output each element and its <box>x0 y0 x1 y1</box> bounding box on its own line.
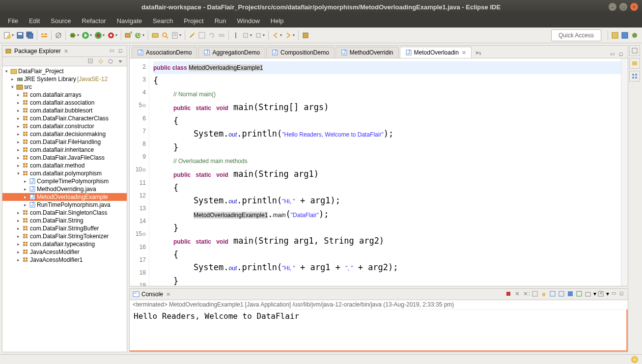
menu-window[interactable]: Window <box>232 15 265 27</box>
back-button[interactable] <box>271 31 280 40</box>
menu-edit[interactable]: Edit <box>24 15 45 27</box>
new-type-button[interactable]: G <box>134 31 142 40</box>
view-menu-button[interactable] <box>117 58 125 65</box>
prev-annotation-button[interactable] <box>254 31 263 40</box>
tree-pkg[interactable]: com.DataFlair.FileHandling <box>30 139 101 145</box>
tree-pkg[interactable]: com.DataFlair.SingletonClass <box>30 209 107 216</box>
forward-button[interactable] <box>284 31 293 40</box>
tree-pkg[interactable]: com.dataflair.association <box>30 99 94 106</box>
window-close-button[interactable]: × <box>630 3 638 11</box>
clear-console-button[interactable] <box>531 290 539 298</box>
display-selected-button[interactable] <box>567 290 575 298</box>
pin-console-button[interactable] <box>558 290 566 298</box>
tree-pkg[interactable]: com.DataFlair.StringBuffer <box>30 225 99 232</box>
collapse-all-button[interactable] <box>87 58 95 65</box>
link-button[interactable] <box>217 31 226 40</box>
tree-pkg[interactable]: com.DataFlair.JavaFileClass <box>30 154 105 161</box>
close-tab-icon[interactable]: ✕ <box>462 50 466 56</box>
tab-metodoverloadin[interactable]: JMetodOverloadin✕ <box>400 47 472 58</box>
filter-button[interactable] <box>301 31 310 40</box>
show-console-button[interactable] <box>576 290 584 298</box>
menu-file[interactable]: File <box>3 15 23 27</box>
tree-pkg[interactable]: com.DataFlair.StringTokenizer <box>30 233 109 240</box>
quick-access-input[interactable]: Quick Access <box>551 29 601 41</box>
new-package-button[interactable]: + <box>124 31 133 40</box>
tree-file[interactable]: MethodOverriding.java <box>37 186 96 193</box>
view-maximize-button[interactable]: ◻ <box>117 48 124 55</box>
pin-button[interactable] <box>231 31 240 40</box>
save-button[interactable] <box>16 31 25 40</box>
external-tools-button[interactable] <box>107 31 115 40</box>
toggle-breadcrumb-button[interactable] <box>40 31 49 40</box>
open-type-button[interactable] <box>151 31 160 40</box>
word-wrap-button[interactable] <box>549 290 557 298</box>
run-button[interactable] <box>81 31 90 40</box>
menu-search[interactable]: Search <box>148 15 178 27</box>
tab-aggregationdemo[interactable]: JAggregationDemo <box>198 47 265 58</box>
tree-pkg[interactable]: com.dataflair.method <box>30 162 84 169</box>
open-perspective-button[interactable] <box>611 31 619 40</box>
scroll-lock-button[interactable] <box>540 290 548 298</box>
tip-bulb-icon[interactable] <box>631 356 638 363</box>
menu-refactor[interactable]: Refactor <box>77 15 111 27</box>
close-console-icon[interactable]: ✕ <box>166 291 170 298</box>
code-area[interactable]: public class MetodOverloadingExample1 { … <box>149 58 628 286</box>
overview-ruler[interactable] <box>621 58 628 286</box>
java-perspective-button[interactable] <box>620 31 629 40</box>
tree-pkg[interactable]: com.dataflair.inheritance <box>30 146 94 153</box>
restore-view-button[interactable] <box>629 45 640 56</box>
wand-button[interactable] <box>188 31 196 40</box>
tab-compositiondemo[interactable]: JCompositionDemo <box>266 47 335 58</box>
editor-body[interactable]: 2 3 4 5⊖ 6 7 8 9 10⊖ 11 12 13 14 15⊖ 16 … <box>130 58 628 286</box>
debug-button[interactable] <box>68 31 77 40</box>
tree-pkg[interactable]: JavaAcessModifier1 <box>30 256 83 263</box>
tree-file-selected[interactable]: MetodOverloadingExample <box>37 194 108 200</box>
console-maximize-button[interactable]: ◻ <box>618 290 625 297</box>
console-output[interactable]: Hello Readers, Welcome to DataFlair <box>130 309 628 352</box>
menu-help[interactable]: Help <box>266 15 289 27</box>
task-list-button[interactable] <box>629 58 640 69</box>
editor-maximize-button[interactable]: ◻ <box>619 51 626 58</box>
console-minimize-button[interactable]: ▭ <box>610 290 617 297</box>
tree-src[interactable]: src <box>24 84 32 90</box>
focus-button[interactable] <box>107 58 115 65</box>
more-tabs-button[interactable]: »₁ <box>473 47 484 58</box>
search-button[interactable] <box>161 31 169 40</box>
format-button[interactable] <box>197 31 206 40</box>
new-console-button[interactable]: + <box>597 290 605 298</box>
outline-button[interactable] <box>629 71 640 82</box>
menu-source[interactable]: Source <box>46 15 76 27</box>
remove-terminated-button[interactable]: ✕ <box>514 290 522 298</box>
tree-pkg[interactable]: com.dataflair.decisionmaking <box>30 131 106 138</box>
link-editor-button[interactable] <box>97 58 105 65</box>
tab-associationdemo[interactable]: JAssociationDemo <box>132 47 197 58</box>
debug-perspective-button[interactable] <box>630 31 639 40</box>
editor-minimize-button[interactable]: ▭ <box>610 51 617 58</box>
open-console-button[interactable] <box>585 290 592 298</box>
tree-pkg[interactable]: com.DataFlair.String <box>30 217 84 224</box>
terminate-button[interactable] <box>505 290 513 298</box>
tree-pkg[interactable]: com.dataflair.constructor <box>30 123 94 130</box>
menu-navigate[interactable]: Navigate <box>112 15 147 27</box>
tree-project[interactable]: DataFlair_Project <box>18 68 64 75</box>
menu-project[interactable]: Project <box>179 15 208 27</box>
tree-pkg[interactable]: com.dataflair.bubblesort <box>30 107 92 114</box>
coverage-button[interactable] <box>94 31 103 40</box>
remove-all-terminated-button[interactable]: ✕✕ <box>523 290 530 298</box>
new-button[interactable] <box>3 31 12 40</box>
tree-pkg[interactable]: com.dataflair.arrays <box>30 91 82 98</box>
window-maximize-button[interactable]: ◻ <box>619 3 627 11</box>
close-view-icon[interactable]: ✕ <box>64 48 68 55</box>
tree-pkg[interactable]: com.DataFlair.CharacterClass <box>30 115 109 122</box>
tree-jre[interactable]: JRE System Library <box>24 76 76 83</box>
refresh-button[interactable] <box>207 31 216 40</box>
skip-breakpoints-button[interactable] <box>54 31 63 40</box>
save-all-button[interactable] <box>26 31 34 40</box>
tree-file[interactable]: CompileTimePolymorphism <box>37 178 109 185</box>
tree-pkg-open[interactable]: com.dataflair.polymorphism <box>30 170 102 177</box>
view-minimize-button[interactable]: ▭ <box>108 48 115 55</box>
toggle-mark-button[interactable] <box>170 31 179 40</box>
tree-pkg[interactable]: com.dataflair.typecasting <box>30 241 95 248</box>
package-explorer-tree[interactable]: ▾DataFlair_Project ▸JRE System Library [… <box>2 66 127 352</box>
tab-methodoverridin[interactable]: JMethodOverridin <box>335 47 399 58</box>
